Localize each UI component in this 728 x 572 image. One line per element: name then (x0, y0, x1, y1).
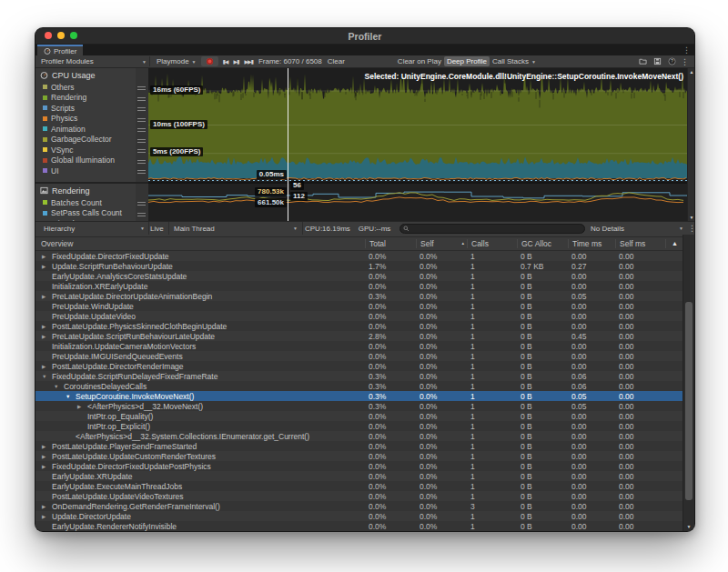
legend-item-others[interactable]: Others (35, 82, 136, 93)
table-row[interactable]: PreUpdate.IMGUISendQueuedEvents0.0%0.0%1… (35, 351, 694, 361)
help-button[interactable]: ? (666, 56, 678, 66)
table-row[interactable]: IntPtr.op_Explicit()0.0%0.0%10 B0.000.00 (35, 421, 694, 431)
close-button[interactable] (45, 32, 52, 39)
thread-dropdown[interactable]: Main Thread ▼ (168, 222, 303, 235)
collapsed-arrow-icon[interactable]: ▶ (41, 324, 52, 329)
collapsed-arrow-icon[interactable]: ▶ (41, 504, 52, 509)
record-button[interactable] (201, 56, 218, 66)
toolbar-menu-icon[interactable]: ⋮ (678, 57, 692, 66)
playmode-dropdown[interactable]: Playmode ▼ (154, 56, 199, 66)
minimize-button[interactable] (57, 32, 65, 39)
table-row[interactable]: ▶PreLateUpdate.DirectorUpdateAnimationBe… (35, 291, 694, 301)
details-dropdown[interactable]: No Details ▼ (591, 222, 683, 235)
table-row[interactable]: ▶<AfterPhysics>d__32.MoveNext()0.3%0.0%1… (35, 401, 694, 411)
column-time-ms[interactable]: Time ms (568, 239, 615, 248)
collapsed-arrow-icon[interactable]: ▶ (41, 254, 52, 259)
legend-drag-handle-icon[interactable] (137, 116, 146, 124)
legend-item-batches-count[interactable]: Batches Count (35, 197, 136, 208)
column-total[interactable]: Total (365, 239, 416, 248)
table-row[interactable]: ▶PostLateUpdate.PhysicsSkinnedClothBegin… (35, 321, 694, 331)
collapsed-arrow-icon[interactable]: ▶ (41, 464, 52, 469)
table-row[interactable]: PreUpdate.UpdateVideo0.0%0.0%10 B0.000.0… (35, 311, 694, 321)
table-row[interactable]: ▶PostLateUpdate.DirectorRenderImage0.0%0… (35, 361, 694, 371)
collapsed-arrow-icon[interactable]: ▶ (41, 514, 52, 519)
scroll-up-icon[interactable]: ▲ (688, 69, 694, 75)
chart-scrollbar[interactable]: ▲ ▼ (687, 68, 694, 221)
legend-item-setpass-calls-count[interactable]: SetPass Calls Count (35, 208, 136, 219)
legend-drag-handle-icon[interactable] (137, 85, 146, 92)
table-row[interactable]: ▼CoroutinesDelayedCalls0.3%0.0%10 B0.060… (35, 381, 694, 391)
live-toggle[interactable]: Live (150, 222, 164, 235)
cpu-usage-header[interactable]: CPU Usage (35, 68, 136, 82)
table-row[interactable]: Initialization.UpdateCameraMotionVectors… (35, 341, 694, 351)
legend-item-garbagecollector[interactable]: GarbageCollector (35, 135, 136, 146)
view-mode-dropdown[interactable]: Hierarchy ▼ (39, 222, 149, 235)
profiler-modules-dropdown[interactable]: Profiler Modules ▼ (38, 56, 150, 66)
collapsed-arrow-icon[interactable]: ▶ (41, 444, 52, 449)
load-profile-button[interactable] (637, 56, 649, 66)
expanded-arrow-icon[interactable]: ▼ (53, 384, 64, 389)
next-frame-button[interactable]: ▶▮ (230, 56, 241, 66)
table-scrollbar[interactable]: ▼ (682, 235, 694, 531)
column-self-ms[interactable]: Self ms (615, 239, 665, 248)
selected-frame-line[interactable] (288, 68, 288, 221)
table-row[interactable]: PreUpdate.WindUpdate0.0%0.0%10 B0.000.00 (35, 301, 694, 311)
legend-item-physics[interactable]: Physics (35, 114, 136, 125)
tabbar-menu-icon[interactable]: ⋮ (682, 45, 691, 55)
table-row[interactable]: ▶FixedUpdate.DirectorFixedUpdate0.0%0.0%… (35, 251, 694, 261)
legend-item-rendering[interactable]: Rendering (35, 93, 136, 104)
legend-item-animation[interactable]: Animation (35, 124, 136, 135)
call-stacks-dropdown[interactable]: Call Stacks ▼ (490, 56, 539, 66)
collapsed-arrow-icon[interactable]: ▶ (76, 404, 87, 409)
table-row[interactable]: ▶Update.DirectorUpdate0.0%0.0%10 B0.000.… (35, 511, 694, 521)
column-self[interactable]: Self ▴ (416, 239, 467, 248)
table-row[interactable]: EarlyUpdate.ExecuteMainThreadJobs0.0%0.0… (35, 481, 694, 491)
legend-drag-handle-icon[interactable] (137, 158, 146, 166)
save-profile-button[interactable] (652, 56, 663, 66)
rendering-chart[interactable] (148, 184, 687, 221)
legend-drag-handle-icon[interactable] (137, 137, 146, 145)
prev-frame-button[interactable]: ▮◀ (220, 56, 231, 66)
legend-drag-handle-icon[interactable] (137, 211, 146, 218)
table-row[interactable]: ▶FixedUpdate.DirectorFixedUpdatePostPhys… (35, 461, 694, 471)
column-gc-alloc[interactable]: GC Alloc (517, 239, 568, 248)
table-row[interactable]: ▶PostLateUpdate.DirectorLateUpdate0.0%0.… (35, 531, 694, 532)
legend-drag-handle-icon[interactable] (137, 147, 146, 155)
legend-drag-handle-icon[interactable] (137, 200, 146, 207)
tab-profiler[interactable]: Profiler (37, 45, 83, 55)
legend-drag-handle-icon[interactable] (137, 126, 146, 134)
collapsed-arrow-icon[interactable]: ▶ (41, 364, 52, 369)
expanded-arrow-icon[interactable]: ▼ (65, 394, 76, 399)
column-overview[interactable]: Overview (35, 239, 365, 248)
deep-profile-toggle[interactable]: Deep Profile (444, 56, 490, 66)
collapsed-arrow-icon[interactable]: ▶ (41, 294, 52, 299)
legend-item-vsync[interactable]: VSync (35, 145, 136, 156)
table-row[interactable]: IntPtr.op_Equality()0.0%0.0%10 B0.000.00 (35, 411, 694, 421)
cpu-usage-chart[interactable] (148, 68, 687, 182)
legend-drag-handle-icon[interactable] (137, 168, 146, 176)
table-row[interactable]: ▶Update.ScriptRunBehaviourUpdate1.7%0.0%… (35, 261, 694, 271)
table-row[interactable]: ▼FixedUpdate.ScriptRunDelayedFixedFrameR… (35, 371, 694, 381)
maximize-button[interactable] (70, 32, 77, 39)
hierarchy-menu-icon[interactable]: ⋮ (685, 222, 695, 235)
legend-drag-handle-icon[interactable] (137, 95, 146, 103)
table-row[interactable]: PostLateUpdate.UpdateVideoTextures0.0%0.… (35, 491, 694, 501)
table-row[interactable]: ▶PostLateUpdate.PlayerSendFrameStarted0.… (35, 441, 694, 451)
table-scroll-up-icon[interactable]: ▲ (665, 239, 683, 248)
search-input[interactable] (399, 224, 585, 234)
clear-on-play-toggle[interactable]: Clear on Play (395, 56, 444, 66)
expanded-arrow-icon[interactable]: ▼ (41, 374, 52, 379)
table-row[interactable]: <AfterPhysics>d__32.System.Collections.I… (35, 431, 694, 441)
collapsed-arrow-icon[interactable]: ▶ (41, 264, 52, 269)
table-row[interactable]: ▼SetupCoroutine.InvokeMoveNext()0.3%0.0%… (35, 391, 694, 401)
collapsed-arrow-icon[interactable]: ▶ (41, 454, 52, 459)
table-row[interactable]: ▶PostLateUpdate.UpdateCustomRenderTextur… (35, 451, 694, 461)
current-frame-button[interactable]: ▶▶▮ (241, 56, 256, 66)
column-calls[interactable]: Calls (467, 239, 517, 248)
table-row[interactable]: EarlyUpdate.RendererNotifyInvisible0.0%0… (35, 521, 694, 531)
scroll-down-icon[interactable]: ▼ (683, 524, 694, 529)
titlebar[interactable]: Profiler (35, 28, 694, 45)
table-row[interactable]: ▶PreLateUpdate.ScriptRunBehaviourLateUpd… (35, 331, 694, 341)
scrollbar-thumb[interactable] (685, 302, 693, 500)
collapsed-arrow-icon[interactable]: ▶ (41, 334, 52, 339)
